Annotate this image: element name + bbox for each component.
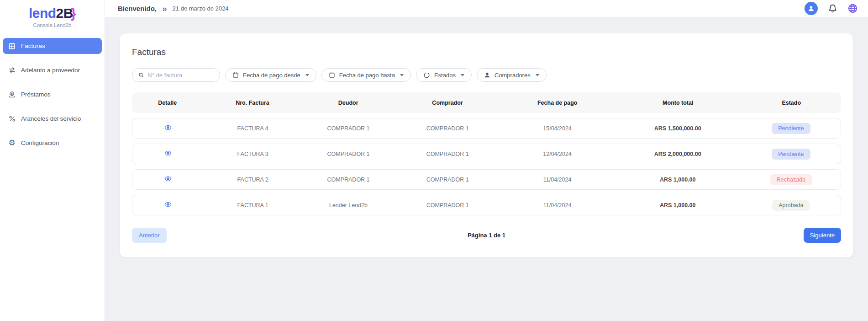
cell-deudor: COMPRADOR 1 bbox=[302, 177, 395, 183]
date-to-filter[interactable]: Fecha de pago hasta bbox=[321, 68, 411, 82]
status-badge: Rechazada bbox=[770, 174, 812, 185]
cell-comprador: COMPRADOR 1 bbox=[395, 151, 501, 157]
brand-logo: lend2B} Consola Lend2b bbox=[0, 0, 105, 28]
cell-monto-total: ARS 1,500,000.00 bbox=[614, 125, 742, 132]
sidebar-item-label: Adelanto a proveedor bbox=[21, 67, 80, 74]
cell-fecha-de-pago: 12/04/2024 bbox=[500, 151, 614, 157]
cell-deudor: COMPRADOR 1 bbox=[302, 125, 395, 132]
main-area: Bienvenido, » 21 de marzo de 2024 Factur… bbox=[105, 0, 868, 321]
cell-fecha-de-pago: 11/04/2024 bbox=[500, 202, 614, 209]
percent-icon bbox=[8, 115, 16, 123]
loan-icon: $ bbox=[8, 91, 16, 99]
states-label: Estados bbox=[434, 72, 456, 79]
cell-fecha-de-pago: 11/04/2024 bbox=[500, 177, 614, 183]
double-chevron-icon: » bbox=[162, 4, 167, 13]
sidebar-item-label: Configuración bbox=[21, 139, 59, 146]
column-header-deudor: Deudor bbox=[302, 100, 395, 106]
current-date: 21 de marzo de 2024 bbox=[173, 5, 229, 12]
view-detail-button[interactable] bbox=[164, 150, 172, 157]
invoice-search-field[interactable] bbox=[132, 68, 220, 82]
user-icon bbox=[807, 5, 815, 12]
chevron-down-icon bbox=[461, 74, 464, 76]
status-badge: Pendiente bbox=[772, 149, 810, 160]
top-header: Bienvenido, » 21 de marzo de 2024 bbox=[105, 0, 868, 17]
chevron-down-icon bbox=[305, 74, 309, 76]
view-detail-button[interactable] bbox=[164, 201, 172, 208]
search-input[interactable] bbox=[147, 72, 214, 79]
cell-monto-total: ARS 1,000.00 bbox=[614, 202, 742, 209]
sidebar-item-adelanto-a-proveedor[interactable]: Adelanto a proveedor bbox=[3, 62, 102, 78]
notifications-button[interactable] bbox=[828, 4, 837, 13]
gear-icon: ⚙ bbox=[8, 139, 16, 147]
content-area: Facturas Fecha de pago desde Fecha de pa… bbox=[105, 17, 868, 321]
pagination: Anterior Página 1 de 1 Siguiente bbox=[132, 228, 841, 243]
column-header-fecha-de-pago: Fecha de pago bbox=[501, 100, 614, 106]
cell-fecha-de-pago: 15/04/2024 bbox=[500, 125, 614, 132]
logo-text: lend2B} bbox=[0, 5, 105, 21]
page-title: Facturas bbox=[132, 47, 841, 57]
eye-icon bbox=[164, 150, 172, 157]
page-info: Página 1 de 1 bbox=[132, 232, 841, 239]
cell-comprador: COMPRADOR 1 bbox=[395, 202, 501, 209]
sidebar-menu: Facturas Adelanto a proveedor $ Préstamo… bbox=[0, 38, 105, 151]
cell-comprador: COMPRADOR 1 bbox=[395, 125, 501, 132]
sidebar-item-facturas[interactable]: Facturas bbox=[3, 38, 102, 54]
states-filter[interactable]: Estados bbox=[416, 68, 472, 82]
cell-monto-total: ARS 2,000,000.00 bbox=[614, 151, 742, 157]
view-detail-button[interactable] bbox=[164, 124, 172, 131]
cell-monto-total: ARS 1,000.00 bbox=[614, 177, 742, 183]
table-row: FACTURA 1 Lender Lend2b COMPRADOR 1 11/0… bbox=[132, 195, 841, 215]
buyers-filter[interactable]: Compradores bbox=[477, 68, 547, 82]
greeting-text: Bienvenido, bbox=[118, 5, 157, 12]
sidebar-item-label: Préstamos bbox=[21, 91, 51, 98]
sidebar-item-prestamos[interactable]: $ Préstamos bbox=[3, 86, 102, 102]
sidebar: lend2B} Consola Lend2b Facturas Adelanto… bbox=[0, 0, 105, 321]
globe-icon bbox=[847, 3, 858, 14]
cell-deudor: COMPRADOR 1 bbox=[302, 151, 395, 157]
previous-page-button[interactable]: Anterior bbox=[132, 228, 167, 243]
search-icon bbox=[138, 72, 144, 78]
bell-icon bbox=[828, 4, 837, 13]
table-row: FACTURA 2 COMPRADOR 1 COMPRADOR 1 11/04/… bbox=[132, 169, 841, 190]
eye-icon bbox=[164, 175, 172, 182]
user-avatar[interactable] bbox=[805, 2, 818, 15]
date-from-label: Fecha de pago desde bbox=[243, 72, 300, 79]
date-from-filter[interactable]: Fecha de pago desde bbox=[225, 68, 316, 82]
table-header-row: Detalle Nro. Factura Deudor Comprador Fe… bbox=[132, 92, 841, 113]
status-circle-icon bbox=[423, 72, 430, 79]
column-header-estado: Estado bbox=[742, 100, 841, 106]
filters-bar: Fecha de pago desde Fecha de pago hasta … bbox=[132, 68, 841, 82]
status-badge: Aprobada bbox=[772, 200, 810, 211]
brand-subtitle: Consola Lend2b bbox=[0, 22, 105, 28]
cell-nro-factura: FACTURA 2 bbox=[203, 177, 302, 183]
next-page-button[interactable]: Siguiente bbox=[804, 228, 841, 243]
column-header-monto-total: Monto total bbox=[614, 100, 742, 106]
cell-deudor: Lender Lend2b bbox=[302, 202, 395, 209]
calendar-icon bbox=[232, 72, 239, 78]
person-icon bbox=[484, 72, 490, 78]
language-button[interactable] bbox=[847, 3, 858, 14]
status-badge: Pendiente bbox=[772, 123, 810, 134]
cell-nro-factura: FACTURA 1 bbox=[203, 202, 302, 209]
eye-icon bbox=[164, 201, 172, 208]
sidebar-item-aranceles-del-servicio[interactable]: Aranceles del servicio bbox=[3, 111, 102, 127]
logo-primary: lend bbox=[29, 5, 56, 21]
cell-comprador: COMPRADOR 1 bbox=[395, 177, 501, 183]
calendar-icon bbox=[329, 72, 335, 78]
view-detail-button[interactable] bbox=[164, 175, 172, 182]
eye-icon bbox=[164, 124, 172, 131]
table-row: FACTURA 3 COMPRADOR 1 COMPRADOR 1 12/04/… bbox=[132, 144, 841, 164]
buyers-label: Compradores bbox=[494, 72, 531, 79]
sidebar-item-label: Facturas bbox=[21, 43, 45, 49]
sidebar-item-configuracion[interactable]: ⚙ Configuración bbox=[3, 135, 102, 151]
table-row: FACTURA 4 COMPRADOR 1 COMPRADOR 1 15/04/… bbox=[132, 118, 841, 139]
facturas-table: Detalle Nro. Factura Deudor Comprador Fe… bbox=[132, 92, 841, 215]
transfer-icon bbox=[8, 66, 16, 75]
column-header-nro-factura: Nro. Factura bbox=[203, 100, 302, 106]
chevron-down-icon bbox=[536, 74, 539, 76]
cell-nro-factura: FACTURA 3 bbox=[203, 151, 302, 157]
facturas-card: Facturas Fecha de pago desde Fecha de pa… bbox=[120, 33, 853, 257]
date-to-label: Fecha de pago hasta bbox=[339, 72, 395, 79]
svg-text:$: $ bbox=[11, 92, 13, 95]
grid-icon bbox=[8, 42, 16, 50]
